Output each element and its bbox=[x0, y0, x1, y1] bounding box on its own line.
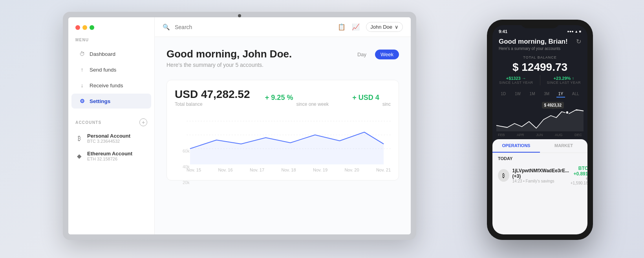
sidebar-item-receive-funds-label: Receive funds bbox=[90, 83, 123, 88]
sidebar: MENU ⏱ Dashboard ↑ Send funds ↓ Receive … bbox=[68, 17, 155, 234]
period-day-button[interactable]: Day bbox=[352, 50, 372, 59]
add-account-button[interactable]: + bbox=[139, 118, 147, 126]
transaction-details: 1jLVpwtNMfXWadEe3rE...(+3) 14:23 • Famil… bbox=[512, 168, 571, 183]
phone-chart-area: $ 4923,32 FEB APR JUN AUG DEC bbox=[492, 100, 587, 139]
phone-frame: 9:41 ●●● ▲ ■ Good morning, Brian! Here's… bbox=[487, 20, 593, 240]
user-badge[interactable]: John Doe ∨ bbox=[366, 22, 403, 32]
y-label-40k: 40k bbox=[183, 164, 190, 169]
svg-point-3 bbox=[566, 111, 569, 114]
tab-market[interactable]: MARKET bbox=[540, 139, 587, 153]
greeting-sub: Here's the summary of your 5 accounts. bbox=[166, 62, 292, 68]
period-tab-1w[interactable]: 1W bbox=[513, 91, 523, 98]
x-label-feb: FEB bbox=[498, 133, 505, 137]
transaction-icon: ₿ bbox=[498, 169, 509, 182]
traffic-light-red[interactable] bbox=[75, 25, 80, 30]
laptop-device: MENU ⏱ Dashboard ↑ Send funds ↓ Receive … bbox=[63, 12, 436, 252]
change-value-2: +23.29% ↑ bbox=[543, 76, 585, 81]
x-label-nov16: Nov. 16 bbox=[218, 168, 232, 172]
phone-device: 9:41 ●●● ▲ ■ Good morning, Brian! Here's… bbox=[487, 20, 597, 244]
account-info-personal: Personal Account BTC 3.23644532 bbox=[87, 133, 147, 144]
x-label-nov20: Nov. 20 bbox=[344, 168, 359, 172]
total-balance-label: Total balance bbox=[175, 101, 250, 107]
traffic-light-yellow[interactable] bbox=[82, 25, 87, 30]
x-label-nov21: Nov. 21 bbox=[376, 168, 391, 172]
menu-label: MENU bbox=[68, 38, 154, 46]
dashboard-area: Good morning, John Doe. Here's the summa… bbox=[155, 37, 411, 234]
change-pct: + 9.25 % bbox=[265, 94, 293, 102]
chart-icon[interactable]: 📈 bbox=[352, 23, 360, 31]
phone-line-chart bbox=[496, 100, 584, 131]
arrow-down-icon: ↓ bbox=[79, 82, 86, 89]
chart-card: USD 47,282.52 Total balance + 9.25 % sin… bbox=[166, 80, 399, 181]
change-usd: + USD 4 bbox=[352, 94, 379, 102]
tx-change: +0.891 bbox=[573, 171, 587, 177]
sidebar-item-send-funds[interactable]: ↑ Send funds bbox=[71, 62, 151, 77]
balance-stat: USD 47,282.52 Total balance bbox=[175, 88, 250, 107]
period-week-button[interactable]: Week bbox=[375, 50, 399, 59]
gear-icon: ⚙ bbox=[79, 98, 86, 105]
status-icons: ●●● ▲ ■ bbox=[567, 29, 581, 33]
transaction-left: ₿ 1jLVpwtNMfXWadEe3rE...(+3) 14:23 • Fam… bbox=[498, 168, 571, 183]
chart-area: 60k 40k 20k bbox=[175, 113, 391, 172]
sidebar-item-dashboard-label: Dashboard bbox=[90, 51, 115, 57]
transaction-right: BTC +0.891 € +1,590.18 bbox=[571, 166, 587, 185]
refresh-icon[interactable]: ↻ bbox=[576, 38, 581, 45]
traffic-light-green[interactable] bbox=[90, 25, 94, 30]
total-balance-label: TOTAL BALANCE bbox=[492, 55, 587, 59]
period-tab-1m[interactable]: 1M bbox=[528, 91, 537, 98]
accounts-section-label: ACCOUNTS bbox=[75, 120, 101, 125]
tab-operations[interactable]: OPERATIONS bbox=[492, 139, 540, 153]
chart-x-labels: FEB APR JUN AUG DEC bbox=[496, 133, 584, 137]
phone-greeting-sub: Here's a summary of your accounts bbox=[499, 46, 568, 51]
account-sub-ethereum: ETH 32.158726 bbox=[87, 157, 147, 161]
transaction-amount: € +1,590.18 bbox=[571, 177, 587, 185]
account-item-personal[interactable]: ₿ Personal Account BTC 3.23644532 bbox=[68, 129, 154, 147]
laptop-screen: MENU ⏱ Dashboard ↑ Send funds ↓ Receive … bbox=[68, 17, 411, 234]
balance-change-1: +$1323 → SINCE LAST YEAR bbox=[492, 75, 540, 85]
laptop-camera bbox=[238, 14, 241, 17]
phone-notch bbox=[520, 20, 560, 28]
price-tooltip: $ 4923,32 bbox=[542, 102, 564, 109]
balance-changes: +$1323 → SINCE LAST YEAR +23.29% ↑ SINCE… bbox=[492, 75, 587, 85]
status-time: 9:41 bbox=[499, 29, 507, 34]
account-item-ethereum[interactable]: ◆ Ethereum Account ETH 32.158726 bbox=[68, 147, 154, 165]
y-label-60k: 60k bbox=[183, 149, 190, 153]
arrow-up-icon: ↑ bbox=[79, 66, 86, 73]
account-name-personal: Personal Account bbox=[87, 133, 147, 139]
balance-section: TOTAL BALANCE $ 12499.73 +$1323 → SINCE … bbox=[492, 55, 587, 88]
change-label-2: SINCE LAST YEAR bbox=[543, 81, 585, 85]
main-content: 🔍 📋 📈 John Doe ∨ bbox=[155, 17, 411, 234]
sidebar-item-send-funds-label: Send funds bbox=[90, 67, 116, 73]
phone-header: Good morning, Brian! Here's a summary of… bbox=[492, 35, 587, 55]
y-axis-labels: 60k 40k 20k bbox=[183, 149, 190, 185]
change-usd-label: sinc bbox=[382, 101, 391, 107]
phone-screen: 9:41 ●●● ▲ ■ Good morning, Brian! Here's… bbox=[492, 25, 587, 234]
sidebar-item-receive-funds[interactable]: ↓ Receive funds bbox=[71, 78, 151, 93]
total-balance-value: USD 47,282.52 bbox=[175, 88, 250, 101]
topbar: 🔍 📋 📈 John Doe ∨ bbox=[155, 17, 411, 37]
greeting: Good morning, John Doe. bbox=[166, 48, 292, 60]
transaction-item[interactable]: ₿ 1jLVpwtNMfXWadEe3rE...(+3) 14:23 • Fam… bbox=[492, 162, 587, 188]
period-tab-1y[interactable]: 1Y bbox=[556, 91, 565, 98]
x-label-nov17: Nov. 17 bbox=[250, 168, 264, 172]
x-label-aug: AUG bbox=[555, 133, 563, 137]
transaction-sub: 14:23 • Family's savings bbox=[512, 179, 571, 183]
balance-change-2: +23.29% ↑ SINCE LAST YEAR bbox=[540, 75, 588, 85]
period-tab-all[interactable]: ALL bbox=[570, 91, 581, 98]
y-label-20k: 20k bbox=[183, 180, 190, 185]
total-balance-amount: $ 12499.73 bbox=[492, 59, 587, 75]
sidebar-item-settings[interactable]: ⚙ Settings bbox=[71, 94, 151, 109]
x-label-apr: APR bbox=[517, 133, 524, 137]
period-tab-3m[interactable]: 3M bbox=[542, 91, 551, 98]
user-chevron-icon: ∨ bbox=[395, 24, 399, 30]
transaction-coin-change: BTC +0.891 bbox=[571, 166, 587, 177]
phone-bottom-panel: OPERATIONS MARKET TODAY ₿ 1jLVpwtNMfXWad… bbox=[492, 139, 587, 234]
sidebar-item-dashboard[interactable]: ⏱ Dashboard bbox=[71, 46, 151, 61]
period-tab-1d[interactable]: 1D bbox=[499, 91, 508, 98]
search-input[interactable] bbox=[175, 24, 333, 30]
x-label-dec: DEC bbox=[574, 133, 582, 137]
account-info-ethereum: Ethereum Account ETH 32.158726 bbox=[87, 151, 147, 161]
account-sub-personal: BTC 3.23644532 bbox=[87, 139, 147, 144]
change-label-1: SINCE LAST YEAR bbox=[496, 81, 537, 85]
clipboard-icon[interactable]: 📋 bbox=[338, 23, 346, 31]
